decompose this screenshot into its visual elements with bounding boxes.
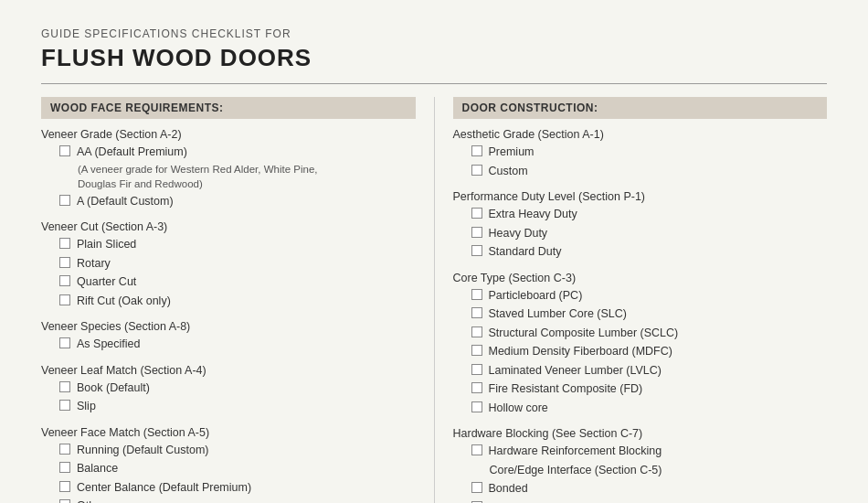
list-item: Book (Default) xyxy=(41,380,416,397)
hardware-blocking-group: Hardware Blocking (See Section C-7) Hard… xyxy=(453,427,828,503)
checkbox-fd[interactable] xyxy=(471,382,482,393)
mdfc-label: Medium Density Fiberboard (MDFC) xyxy=(489,344,672,360)
left-column: WOOD FACE REQUIREMENTS: Veneer Grade (Se… xyxy=(41,97,434,503)
checkbox-a-label: A (Default Custom) xyxy=(77,194,174,210)
checkbox-slip[interactable] xyxy=(59,400,70,411)
veneer-leaf-match-group: Veneer Leaf Match (Section A-4) Book (De… xyxy=(41,364,416,415)
list-item: Staved Lumber Core (SLC) xyxy=(453,306,828,323)
checkbox-rotary[interactable] xyxy=(59,257,70,268)
checkbox-particleboard[interactable] xyxy=(471,289,482,300)
list-item: Heavy Duty xyxy=(453,226,828,242)
list-item: Non-Bonded xyxy=(453,500,828,504)
checkbox-center-balance[interactable] xyxy=(59,481,70,492)
checkbox-standard-duty[interactable] xyxy=(471,245,482,256)
checkbox-running[interactable] xyxy=(59,444,70,455)
other-label: Other xyxy=(77,498,182,503)
veneer-face-match-label: Veneer Face Match (Section A-5) xyxy=(41,426,416,439)
right-section-header: DOOR CONSTRUCTION: xyxy=(453,97,828,119)
running-label: Running (Default Custom) xyxy=(77,443,209,459)
veneer-species-label: Veneer Species (Section A-8) xyxy=(41,320,416,333)
bonded-label: Bonded xyxy=(489,481,528,498)
balance-label: Balance xyxy=(77,461,118,477)
veneer-face-match-group: Veneer Face Match (Section A-5) Running … xyxy=(41,426,416,503)
other-field[interactable] xyxy=(109,498,182,503)
list-item: Fire Resistant Composite (FD) xyxy=(453,381,828,398)
plain-sliced-label: Plain Sliced xyxy=(77,237,136,253)
custom-label: Custom xyxy=(489,164,528,180)
list-item: Plain Sliced xyxy=(41,237,416,253)
list-item: Rift Cut (Oak only) xyxy=(41,294,416,310)
aa-note: (A veneer grade for Western Red Alder, W… xyxy=(41,162,416,191)
list-item: Slip xyxy=(41,399,416,415)
list-item: As Specified xyxy=(41,337,416,353)
aesthetic-grade-group: Aesthetic Grade (Section A-1) Premium Cu… xyxy=(453,128,828,179)
list-item: Standard Duty xyxy=(453,244,828,261)
core-type-group: Core Type (Section C-3) Particleboard (P… xyxy=(453,272,828,417)
checkbox-aa-label: AA (Default Premium) xyxy=(77,144,187,161)
checkbox-premium[interactable] xyxy=(471,145,482,156)
as-specified-label: As Specified xyxy=(77,337,140,353)
list-item: Core/Edge Interface (Section C-5) xyxy=(453,463,828,479)
right-column: DOOR CONSTRUCTION: Aesthetic Grade (Sect… xyxy=(434,97,828,503)
veneer-cut-group: Veneer Cut (Section A-3) Plain Sliced Ro… xyxy=(41,220,416,309)
checkbox-as-specified[interactable] xyxy=(59,337,70,348)
veneer-species-group: Veneer Species (Section A-8) As Specifie… xyxy=(41,320,416,353)
fd-label: Fire Resistant Composite (FD) xyxy=(489,381,643,398)
checkbox-mdfc[interactable] xyxy=(471,345,482,356)
heavy-duty-label: Heavy Duty xyxy=(489,226,548,242)
particleboard-label: Particleboard (PC) xyxy=(489,288,583,305)
rift-cut-label: Rift Cut (Oak only) xyxy=(77,294,171,310)
standard-duty-label: Standard Duty xyxy=(489,244,562,261)
checkbox-slc[interactable] xyxy=(471,307,482,318)
performance-duty-group: Performance Duty Level (Section P-1) Ext… xyxy=(453,190,828,261)
list-item: Structural Composite Lumber (SCLC) xyxy=(453,326,828,342)
left-section-header: WOOD FACE REQUIREMENTS: xyxy=(41,97,416,119)
center-balance-label: Center Balance (Default Premium) xyxy=(77,480,251,497)
checkbox-hw-reinforcement[interactable] xyxy=(471,444,482,455)
checkbox-custom[interactable] xyxy=(471,165,482,176)
slip-label: Slip xyxy=(77,399,96,415)
premium-label: Premium xyxy=(489,144,535,161)
veneer-grade-group: Veneer Grade (Section A-2) AA (Default P… xyxy=(41,128,416,209)
quarter-cut-label: Quarter Cut xyxy=(77,274,136,291)
hollow-core-label: Hollow core xyxy=(489,401,548,417)
checkbox-extra-heavy-duty[interactable] xyxy=(471,208,482,219)
checkbox-bonded[interactable] xyxy=(471,482,482,493)
divider xyxy=(41,83,827,84)
list-item: Laminated Veneer Lumber (LVLC) xyxy=(453,363,828,380)
veneer-grade-label: Veneer Grade (Section A-2) xyxy=(41,128,416,141)
performance-duty-label: Performance Duty Level (Section P-1) xyxy=(453,190,828,203)
checkbox-other[interactable] xyxy=(59,499,70,503)
book-label: Book (Default) xyxy=(77,380,150,397)
list-item: Hardware Reinforcement Blocking xyxy=(453,444,828,460)
list-item: Rotary xyxy=(41,256,416,273)
list-item: AA (Default Premium) xyxy=(41,144,416,161)
list-item: Running (Default Custom) xyxy=(41,443,416,459)
subtitle: GUIDE SPECIFICATIONS CHECKLIST FOR xyxy=(41,27,827,40)
list-item: Premium xyxy=(453,144,828,161)
sclc-label: Structural Composite Lumber (SCLC) xyxy=(489,326,679,342)
aesthetic-grade-label: Aesthetic Grade (Section A-1) xyxy=(453,128,828,141)
checkbox-lvlc[interactable] xyxy=(471,364,482,375)
checkbox-book[interactable] xyxy=(59,381,70,392)
checkbox-aa[interactable] xyxy=(59,145,70,156)
checkbox-balance[interactable] xyxy=(59,462,70,473)
checkbox-quarter-cut[interactable] xyxy=(59,275,70,286)
checkbox-sclc[interactable] xyxy=(471,326,482,337)
list-item: Quarter Cut xyxy=(41,274,416,291)
main-title: FLUSH WOOD DOORS xyxy=(41,44,827,72)
veneer-leaf-match-label: Veneer Leaf Match (Section A-4) xyxy=(41,364,416,377)
checkbox-heavy-duty[interactable] xyxy=(471,227,482,238)
list-item: Custom xyxy=(453,164,828,180)
slc-label: Staved Lumber Core (SLC) xyxy=(489,306,627,323)
checkbox-hollow-core[interactable] xyxy=(471,401,482,412)
list-item: A (Default Custom) xyxy=(41,194,416,210)
checkbox-plain-sliced[interactable] xyxy=(59,238,70,249)
lvlc-label: Laminated Veneer Lumber (LVLC) xyxy=(489,363,662,380)
list-item: Medium Density Fiberboard (MDFC) xyxy=(453,344,828,360)
core-edge-label: Core/Edge Interface (Section C-5) xyxy=(490,463,662,479)
checkbox-a[interactable] xyxy=(59,195,70,206)
page: GUIDE SPECIFICATIONS CHECKLIST FOR FLUSH… xyxy=(0,0,868,503)
checkbox-rift-cut[interactable] xyxy=(59,294,70,305)
main-content: WOOD FACE REQUIREMENTS: Veneer Grade (Se… xyxy=(41,97,827,503)
